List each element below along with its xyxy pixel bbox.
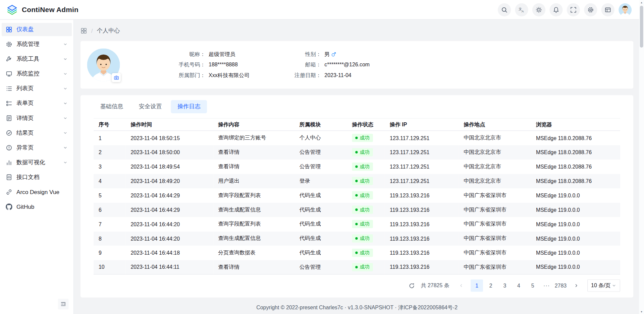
scrollbar-thumb[interactable] bbox=[640, 6, 643, 48]
cell-time: 2023-11-04 16:44:20 bbox=[126, 217, 213, 231]
refresh-button[interactable] bbox=[407, 281, 417, 291]
scroll-down-arrow-icon[interactable]: ▼ bbox=[639, 309, 644, 314]
prev-page-button[interactable] bbox=[455, 279, 468, 292]
app-title: ContiNew Admin bbox=[22, 6, 78, 14]
sidebar-item-label: GitHub bbox=[16, 203, 68, 210]
cell-time: 2023-11-04 18:50:15 bbox=[126, 131, 213, 145]
cell-browser: MSEdge 119.0.0.0 bbox=[531, 260, 620, 274]
layout-icon bbox=[604, 6, 611, 13]
page-size-select[interactable]: 10 条/页 bbox=[587, 279, 620, 292]
profile-field-value: 188****8888 bbox=[209, 61, 238, 69]
cell-ip: 119.123.193.216 bbox=[385, 217, 459, 231]
cell-browser: MSEdge 119.0.0.0 bbox=[531, 202, 620, 217]
tab-security-settings[interactable]: 安全设置 bbox=[132, 100, 168, 113]
sidebar-item-data-visualization[interactable]: 数据可视化 bbox=[2, 156, 72, 169]
cell-status: 成功 bbox=[347, 145, 385, 160]
tab-operation-log[interactable]: 操作日志 bbox=[171, 100, 207, 113]
profile-field-row: 邮箱：c********@126.com bbox=[278, 61, 370, 69]
cell-no: 10 bbox=[94, 260, 126, 274]
sidebar-item-detail-pages[interactable]: 详情页 bbox=[2, 112, 72, 125]
cell-location: 中国北京北京市 bbox=[459, 131, 531, 145]
table-row: 12023-11-04 18:50:15查询绑定的三方账号个人中心成功123.1… bbox=[94, 131, 620, 145]
user-avatar[interactable] bbox=[619, 3, 632, 16]
bar-chart-icon bbox=[6, 159, 12, 166]
cell-ip: 119.123.193.216 bbox=[385, 260, 459, 274]
cell-content: 查询字段配置列表 bbox=[213, 217, 294, 231]
cell-module: 代码生成 bbox=[294, 202, 347, 217]
profile-field-label: 手机号码： bbox=[143, 61, 205, 69]
sidebar-item-system-tools[interactable]: 系统工具 bbox=[2, 53, 72, 66]
cell-browser: MSEdge 119.0.0.0 bbox=[531, 217, 620, 231]
pagination-pages: 12345···2783 bbox=[471, 279, 567, 292]
vertical-scrollbar[interactable]: ▲ ▼ bbox=[639, 0, 644, 314]
cell-content: 查询生成配置信息 bbox=[213, 231, 294, 246]
footer-copyright: Copyright © 2022-present Charles7c · v1.… bbox=[80, 298, 633, 314]
apps-grid-icon[interactable] bbox=[80, 27, 87, 34]
cell-time: 2023-11-04 16:44:29 bbox=[126, 188, 213, 202]
profile-card: 昵称：超级管理员手机号码：188****8888所属部门：Xxx科技有限公司性别… bbox=[80, 41, 633, 88]
sidebar-menu: 仪表盘系统管理系统工具系统监控列表页表单页详情页结果页异常页数据可视化接口文档A… bbox=[0, 23, 73, 213]
cell-browser: MSEdge 119.0.0.0 bbox=[531, 246, 620, 260]
next-page-button[interactable] bbox=[570, 279, 583, 292]
cell-content: 查看详情 bbox=[213, 260, 294, 274]
fullscreen-button[interactable] bbox=[567, 3, 580, 16]
sidebar-item-system-monitor[interactable]: 系统监控 bbox=[2, 67, 72, 80]
cell-ip: 123.117.129.251 bbox=[385, 160, 459, 174]
profile-field-value: 超级管理员 bbox=[209, 50, 235, 58]
sidebar-item-arco-design-vue[interactable]: Arco Design Vue bbox=[2, 185, 72, 198]
sidebar-item-label: 系统工具 bbox=[16, 55, 59, 63]
sidebar-item-exception-pages[interactable]: 异常页 bbox=[2, 141, 72, 154]
profile-avatar[interactable] bbox=[87, 48, 120, 81]
top-header: ContiNew Admin 文A bbox=[0, 0, 644, 20]
page-button-3[interactable]: 3 bbox=[499, 279, 511, 292]
scroll-up-arrow-icon[interactable]: ▲ bbox=[639, 0, 644, 5]
status-badge: 成功 bbox=[352, 134, 373, 142]
cell-status: 成功 bbox=[347, 202, 385, 217]
cell-no: 5 bbox=[94, 188, 126, 202]
page-ellipsis[interactable]: ··· bbox=[540, 279, 553, 292]
page-button-5[interactable]: 5 bbox=[527, 279, 539, 292]
table-row: 92023-11-04 16:44:18分页查询数据表代码生成成功119.123… bbox=[94, 246, 620, 260]
cell-location: 中国广东省深圳市 bbox=[459, 260, 531, 274]
cell-browser: MSEdge 118.0.2088.76 bbox=[531, 145, 620, 160]
page-button-2783[interactable]: 2783 bbox=[554, 279, 567, 292]
chevron-left-icon bbox=[459, 283, 464, 288]
chevron-down-icon bbox=[63, 57, 68, 62]
brand[interactable]: ContiNew Admin bbox=[7, 4, 78, 15]
cell-module: 个人中心 bbox=[294, 131, 347, 145]
search-button[interactable] bbox=[498, 3, 511, 16]
sidebar-item-dashboard[interactable]: 仪表盘 bbox=[2, 23, 72, 36]
status-dot-icon bbox=[355, 151, 358, 153]
breadcrumb-current: 个人中心 bbox=[97, 27, 120, 35]
check-circle-icon bbox=[6, 130, 12, 136]
column-header: 所属模块 bbox=[294, 118, 347, 131]
cell-module: 公告管理 bbox=[294, 145, 347, 160]
profile-field-value: 男 bbox=[324, 50, 330, 58]
translate-button[interactable]: 文A bbox=[515, 3, 528, 16]
cell-content: 查询绑定的三方账号 bbox=[213, 131, 294, 145]
sidebar-item-form-pages[interactable]: 表单页 bbox=[2, 97, 72, 110]
sidebar-item-list-pages[interactable]: 列表页 bbox=[2, 82, 72, 95]
cell-module: 登录 bbox=[294, 174, 347, 188]
settings-button[interactable] bbox=[584, 3, 597, 16]
status-badge: 成功 bbox=[352, 205, 373, 213]
pagination: 共 27825 条 12345···2783 10 条/页 bbox=[94, 274, 620, 298]
theme-light-button[interactable] bbox=[532, 3, 545, 16]
edit-avatar-button[interactable] bbox=[112, 73, 121, 82]
page-button-1[interactable]: 1 bbox=[471, 279, 483, 292]
sidebar-item-github[interactable]: GitHub bbox=[2, 200, 72, 213]
sidebar-item-result-pages[interactable]: 结果页 bbox=[2, 126, 72, 139]
sidebar-item-api-docs[interactable]: 接口文档 bbox=[2, 171, 72, 184]
tab-basic-info[interactable]: 基础信息 bbox=[94, 100, 130, 113]
sidebar-collapse-button[interactable] bbox=[58, 299, 69, 309]
page-button-2[interactable]: 2 bbox=[485, 279, 497, 292]
layout-button[interactable] bbox=[601, 3, 614, 16]
chevron-right-icon bbox=[574, 283, 579, 288]
page-button-4[interactable]: 4 bbox=[513, 279, 525, 292]
column-header: 操作 IP bbox=[385, 118, 459, 131]
notifications-button[interactable] bbox=[549, 3, 562, 16]
gear-icon bbox=[6, 41, 12, 48]
cell-status: 成功 bbox=[347, 174, 385, 188]
sidebar-item-system-management[interactable]: 系统管理 bbox=[2, 38, 72, 51]
profile-field-value: 2023-11-04 bbox=[324, 71, 351, 79]
